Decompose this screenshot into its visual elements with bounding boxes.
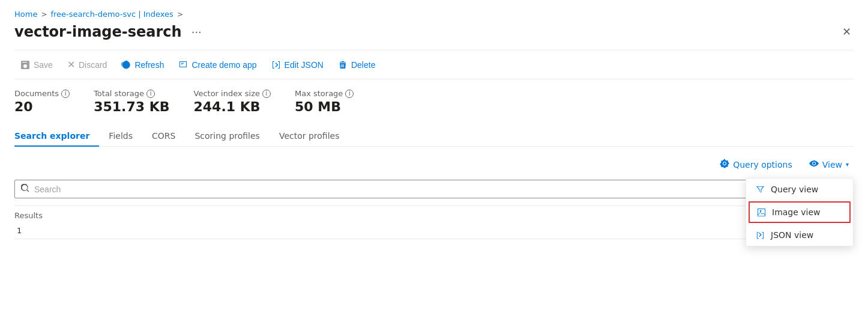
save-label: Save [34,60,53,70]
edit-json-label: Edit JSON [285,60,324,70]
dropdown-item-json-view[interactable]: JSON view [746,224,853,246]
edit-json-icon [271,60,281,70]
tab-cors[interactable]: CORS [142,126,185,147]
view-label: View [822,160,842,170]
breadcrumb-home[interactable]: Home [14,10,37,19]
create-demo-app-icon [178,60,188,70]
results-section: Results 1 [14,206,854,239]
chevron-down-icon: ▾ [846,161,849,168]
stat-vector-index-value: 244.1 KB [194,99,271,114]
refresh-icon [121,60,131,70]
query-options-label: Query options [733,160,792,170]
toolbar: Save ✕ Discard Refresh Create demo app [14,50,854,79]
create-demo-app-button[interactable]: Create demo app [172,57,262,73]
view-dropdown: Query view Image view JSON view [746,178,854,246]
discard-label: Discard [79,60,107,70]
search-icon [21,184,29,194]
tab-scoring-profiles[interactable]: Scoring profiles [185,126,270,147]
stat-max-storage-value: 50 MB [295,99,354,114]
discard-button[interactable]: ✕ Discard [61,55,113,74]
page-title-row: vector-image-search ··· [14,23,205,40]
stat-documents-label: Documents i [14,89,70,98]
breadcrumb-service[interactable]: free-search-demo-svc | Indexes [50,10,173,19]
dropdown-json-view-label: JSON view [771,230,813,240]
dropdown-query-view-label: Query view [771,185,818,194]
stat-documents: Documents i 20 [14,89,70,114]
delete-icon [338,60,348,70]
total-storage-info-icon[interactable]: i [146,90,155,98]
documents-info-icon[interactable]: i [61,90,70,98]
save-button[interactable]: Save [14,57,59,73]
page-title: vector-image-search [14,23,182,40]
discard-icon: ✕ [67,59,75,70]
close-button[interactable]: ✕ [840,24,854,40]
search-bar [14,180,854,198]
delete-label: Delete [351,60,375,70]
stat-vector-index-label: Vector index size i [194,89,271,98]
create-demo-app-label: Create demo app [191,60,256,70]
result-row-number: 1 [14,226,38,235]
breadcrumb-sep-1: > [41,10,47,19]
stats-row: Documents i 20 Total storage i 351.73 KB… [14,89,854,114]
save-icon [20,60,30,70]
dropdown-item-image-view[interactable]: Image view [749,201,851,223]
stat-vector-index-size: Vector index size i 244.1 KB [194,89,271,114]
vector-index-info-icon[interactable]: i [262,90,271,98]
ellipsis-button[interactable]: ··· [188,25,205,40]
query-options-button[interactable]: Query options [715,156,797,173]
edit-json-button[interactable]: Edit JSON [265,57,330,73]
stat-total-storage: Total storage i 351.73 KB [94,89,169,114]
page-header: vector-image-search ··· ✕ [14,23,854,40]
refresh-label: Refresh [134,60,164,70]
filter-icon [756,185,765,194]
search-input[interactable] [34,185,847,194]
results-label: Results [14,206,854,222]
tabs-row: Search explorer Fields CORS Scoring prof… [14,126,854,147]
json-view-icon [756,231,765,240]
tab-search-explorer[interactable]: Search explorer [14,126,99,147]
tab-vector-profiles[interactable]: Vector profiles [270,126,349,147]
stat-max-storage-label: Max storage i [295,89,354,98]
tab-fields[interactable]: Fields [99,126,142,147]
stat-total-storage-label: Total storage i [94,89,169,98]
stat-documents-value: 20 [14,99,70,114]
gear-icon [720,159,729,170]
stat-total-storage-value: 351.73 KB [94,99,169,114]
breadcrumb-sep-2: > [177,10,183,19]
dropdown-item-query-view[interactable]: Query view [746,179,853,200]
breadcrumb: Home > free-search-demo-svc | Indexes > [14,10,854,19]
view-icon [809,159,819,170]
dropdown-image-view-label: Image view [772,207,821,217]
stat-max-storage: Max storage i 50 MB [295,89,354,114]
image-view-icon [757,208,766,217]
view-button[interactable]: View ▾ [804,156,854,173]
max-storage-info-icon[interactable]: i [345,90,354,98]
table-row: 1 [14,222,854,239]
query-toolbar-area: Query options View ▾ Query view [14,156,854,173]
delete-button[interactable]: Delete [332,57,381,73]
refresh-button[interactable]: Refresh [115,57,170,73]
